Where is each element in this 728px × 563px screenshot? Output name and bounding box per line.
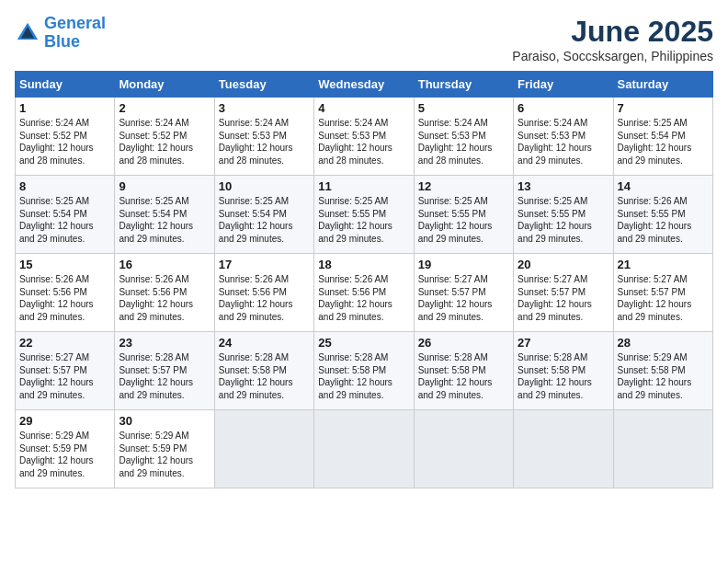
calendar-cell: 14Sunrise: 5:26 AMSunset: 5:55 PMDayligh… — [613, 176, 712, 254]
day-number: 8 — [19, 179, 110, 193]
calendar-cell: 17Sunrise: 5:26 AMSunset: 5:56 PMDayligh… — [214, 254, 313, 332]
day-info: Sunrise: 5:24 AMSunset: 5:53 PMDaylight:… — [418, 117, 509, 167]
header-thursday: Thursday — [414, 72, 513, 98]
day-number: 21 — [618, 258, 709, 271]
day-number: 26 — [418, 336, 509, 350]
calendar-cell: 9Sunrise: 5:25 AMSunset: 5:54 PMDaylight… — [115, 176, 214, 254]
day-info: Sunrise: 5:26 AMSunset: 5:56 PMDaylight:… — [119, 273, 210, 323]
week-row-2: 8Sunrise: 5:25 AMSunset: 5:54 PMDaylight… — [16, 176, 713, 254]
calendar-cell: 13Sunrise: 5:25 AMSunset: 5:55 PMDayligh… — [514, 176, 613, 254]
header-sunday: Sunday — [16, 72, 115, 98]
day-info: Sunrise: 5:27 AMSunset: 5:57 PMDaylight:… — [418, 273, 509, 323]
day-number: 13 — [518, 179, 609, 193]
calendar-cell: 2Sunrise: 5:24 AMSunset: 5:52 PMDaylight… — [115, 98, 214, 176]
week-row-3: 15Sunrise: 5:26 AMSunset: 5:56 PMDayligh… — [16, 254, 713, 332]
day-number: 29 — [19, 414, 110, 428]
calendar-cell: 12Sunrise: 5:25 AMSunset: 5:55 PMDayligh… — [414, 176, 513, 254]
title-block: June 2025 Paraiso, Soccsksargen, Philipp… — [512, 15, 713, 63]
calendar-cell: 22Sunrise: 5:27 AMSunset: 5:57 PMDayligh… — [16, 332, 115, 410]
month-title: June 2025 — [512, 15, 713, 49]
day-info: Sunrise: 5:26 AMSunset: 5:56 PMDaylight:… — [219, 273, 310, 323]
day-number: 10 — [219, 179, 310, 193]
day-info: Sunrise: 5:24 AMSunset: 5:53 PMDaylight:… — [318, 117, 409, 167]
day-info: Sunrise: 5:24 AMSunset: 5:53 PMDaylight:… — [518, 117, 609, 167]
day-number: 27 — [518, 336, 609, 350]
calendar-cell: 30Sunrise: 5:29 AMSunset: 5:59 PMDayligh… — [115, 410, 214, 488]
day-number: 19 — [418, 258, 509, 271]
calendar-cell: 3Sunrise: 5:24 AMSunset: 5:53 PMDaylight… — [214, 98, 313, 176]
day-info: Sunrise: 5:25 AMSunset: 5:54 PMDaylight:… — [219, 195, 310, 245]
calendar-cell: 10Sunrise: 5:25 AMSunset: 5:54 PMDayligh… — [214, 176, 313, 254]
calendar-cell: 27Sunrise: 5:28 AMSunset: 5:58 PMDayligh… — [514, 332, 613, 410]
header-saturday: Saturday — [613, 72, 712, 98]
day-info: Sunrise: 5:29 AMSunset: 5:59 PMDaylight:… — [19, 430, 110, 479]
header-wednesday: Wednesday — [314, 72, 414, 98]
calendar-cell — [613, 410, 712, 488]
day-number: 30 — [119, 414, 210, 428]
calendar-cell: 7Sunrise: 5:25 AMSunset: 5:54 PMDaylight… — [613, 98, 712, 176]
calendar-cell: 15Sunrise: 5:26 AMSunset: 5:56 PMDayligh… — [16, 254, 115, 332]
day-info: Sunrise: 5:25 AMSunset: 5:55 PMDaylight:… — [418, 195, 509, 245]
calendar-cell: 8Sunrise: 5:25 AMSunset: 5:54 PMDaylight… — [16, 176, 115, 254]
day-number: 4 — [318, 101, 409, 115]
calendar-cell: 25Sunrise: 5:28 AMSunset: 5:58 PMDayligh… — [314, 332, 414, 410]
calendar-cell: 6Sunrise: 5:24 AMSunset: 5:53 PMDaylight… — [514, 98, 613, 176]
day-info: Sunrise: 5:27 AMSunset: 5:57 PMDaylight:… — [19, 351, 110, 401]
calendar-cell: 26Sunrise: 5:28 AMSunset: 5:58 PMDayligh… — [414, 332, 513, 410]
day-number: 17 — [219, 258, 310, 271]
day-number: 1 — [19, 101, 110, 115]
day-number: 7 — [618, 101, 709, 115]
header-monday: Monday — [115, 72, 214, 98]
logo-icon — [15, 20, 40, 46]
logo: General Blue — [15, 15, 106, 52]
day-number: 24 — [219, 336, 310, 350]
day-number: 22 — [19, 336, 110, 350]
day-info: Sunrise: 5:28 AMSunset: 5:58 PMDaylight:… — [219, 351, 310, 401]
day-info: Sunrise: 5:24 AMSunset: 5:52 PMDaylight:… — [119, 117, 210, 167]
calendar-cell: 11Sunrise: 5:25 AMSunset: 5:55 PMDayligh… — [314, 176, 414, 254]
calendar-cell: 18Sunrise: 5:26 AMSunset: 5:56 PMDayligh… — [314, 254, 414, 332]
day-number: 28 — [618, 336, 709, 350]
day-info: Sunrise: 5:24 AMSunset: 5:52 PMDaylight:… — [19, 117, 110, 167]
day-number: 12 — [418, 179, 509, 193]
day-info: Sunrise: 5:28 AMSunset: 5:58 PMDaylight:… — [518, 351, 609, 401]
day-number: 9 — [119, 179, 210, 193]
day-info: Sunrise: 5:25 AMSunset: 5:55 PMDaylight:… — [518, 195, 609, 245]
location: Paraiso, Soccsksargen, Philippines — [512, 49, 713, 63]
calendar-cell: 4Sunrise: 5:24 AMSunset: 5:53 PMDaylight… — [314, 98, 414, 176]
day-info: Sunrise: 5:27 AMSunset: 5:57 PMDaylight:… — [618, 273, 709, 323]
calendar-cell: 19Sunrise: 5:27 AMSunset: 5:57 PMDayligh… — [414, 254, 513, 332]
calendar-cell — [414, 410, 513, 488]
day-number: 2 — [119, 101, 210, 115]
calendar-cell: 23Sunrise: 5:28 AMSunset: 5:57 PMDayligh… — [115, 332, 214, 410]
week-row-5: 29Sunrise: 5:29 AMSunset: 5:59 PMDayligh… — [16, 410, 713, 488]
header-tuesday: Tuesday — [214, 72, 313, 98]
header-friday: Friday — [514, 72, 613, 98]
calendar-cell: 20Sunrise: 5:27 AMSunset: 5:57 PMDayligh… — [514, 254, 613, 332]
calendar-cell — [514, 410, 613, 488]
day-info: Sunrise: 5:28 AMSunset: 5:58 PMDaylight:… — [418, 351, 509, 401]
calendar-cell: 5Sunrise: 5:24 AMSunset: 5:53 PMDaylight… — [414, 98, 513, 176]
day-info: Sunrise: 5:24 AMSunset: 5:53 PMDaylight:… — [219, 117, 310, 167]
calendar-cell: 16Sunrise: 5:26 AMSunset: 5:56 PMDayligh… — [115, 254, 214, 332]
calendar-cell — [314, 410, 414, 488]
logo-text: General Blue — [44, 15, 106, 52]
day-info: Sunrise: 5:26 AMSunset: 5:56 PMDaylight:… — [19, 273, 110, 323]
week-row-4: 22Sunrise: 5:27 AMSunset: 5:57 PMDayligh… — [16, 332, 713, 410]
day-info: Sunrise: 5:25 AMSunset: 5:54 PMDaylight:… — [19, 195, 110, 245]
day-number: 6 — [518, 101, 609, 115]
day-number: 25 — [318, 336, 409, 350]
day-number: 3 — [219, 101, 310, 115]
calendar-cell: 1Sunrise: 5:24 AMSunset: 5:52 PMDaylight… — [16, 98, 115, 176]
calendar-cell — [214, 410, 313, 488]
day-info: Sunrise: 5:26 AMSunset: 5:55 PMDaylight:… — [618, 195, 709, 245]
day-number: 11 — [318, 179, 409, 193]
day-number: 15 — [19, 258, 110, 271]
day-info: Sunrise: 5:29 AMSunset: 5:59 PMDaylight:… — [119, 430, 210, 479]
day-info: Sunrise: 5:25 AMSunset: 5:54 PMDaylight:… — [119, 195, 210, 245]
calendar-cell: 24Sunrise: 5:28 AMSunset: 5:58 PMDayligh… — [214, 332, 313, 410]
day-number: 5 — [418, 101, 509, 115]
day-info: Sunrise: 5:25 AMSunset: 5:55 PMDaylight:… — [318, 195, 409, 245]
calendar-cell: 29Sunrise: 5:29 AMSunset: 5:59 PMDayligh… — [16, 410, 115, 488]
day-number: 14 — [618, 179, 709, 193]
